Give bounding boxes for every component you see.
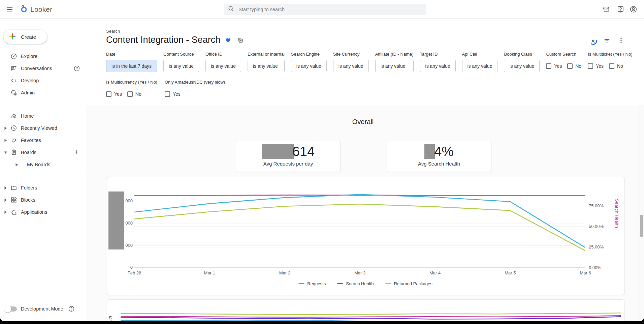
sidebar-item-my-boards[interactable]: My Boards — [0, 158, 86, 171]
filter-row-1: Dateis in the last 7 daysContent Sourcei… — [106, 52, 637, 72]
scrollbar-track[interactable] — [639, 105, 644, 321]
sidebar-item-label: Conversations — [21, 66, 52, 71]
looker-brand: Looker — [20, 4, 52, 14]
filter-label: Affiliate (ID - Name) — [375, 52, 414, 57]
kpi-label: Avg Requests per day — [236, 161, 340, 167]
cancel-loading-icon[interactable] — [589, 37, 597, 45]
marketplace-icon[interactable] — [602, 5, 610, 13]
filter-value-chip[interactable]: is any value — [420, 60, 456, 72]
filter-is-multiticket-yes-no: Is Multiticket (Yes / No)YesNo — [588, 52, 632, 72]
legend-item-returned-packages[interactable]: Returned Packages — [385, 281, 432, 286]
filter-value-chip[interactable]: is any value — [205, 60, 241, 72]
sidebar-item-label: Develop — [21, 78, 39, 83]
sidebar-item-folders[interactable]: Folders — [0, 182, 86, 194]
filter-value-chip[interactable]: is any value — [291, 60, 327, 72]
global-search[interactable] — [224, 4, 426, 15]
filter-label: Is Multicurrency (Yes / No) — [106, 80, 157, 85]
filter-label: Office ID — [205, 52, 241, 57]
line-chart[interactable] — [134, 189, 585, 268]
filter-value-chip[interactable]: is any value — [163, 60, 199, 72]
favorite-heart-icon[interactable] — [225, 36, 232, 45]
chat-icon — [10, 65, 17, 72]
filter-value-chip[interactable]: is any value — [504, 60, 540, 72]
filter-value-chip[interactable]: is in the last 7 days — [106, 60, 157, 72]
line-chart-clipped[interactable] — [121, 311, 621, 321]
folder-icon — [10, 184, 17, 191]
main-content: Search Content Integration - Search — [86, 19, 644, 321]
checkbox-yes[interactable]: Yes — [546, 63, 562, 69]
filter-affiliate-id-name: Affiliate (ID - Name)is any value — [375, 52, 414, 72]
plus-icon[interactable] — [73, 149, 80, 156]
caret-right-icon[interactable] — [3, 126, 8, 130]
account-icon[interactable] — [629, 5, 637, 13]
legend-item-requests[interactable]: Requests — [298, 281, 326, 286]
brand-name: Looker — [30, 5, 52, 13]
caret-right-icon[interactable] — [3, 185, 8, 190]
kpi-label: Avg Search Health — [387, 161, 491, 167]
kpi-card[interactable]: 4%Avg Search Health — [387, 141, 491, 172]
sidebar-item-home[interactable]: Home — [0, 110, 86, 122]
legend-label: Requests — [307, 281, 326, 286]
sidebar-item-develop[interactable]: Develop — [0, 75, 86, 87]
checkbox-box[interactable] — [609, 63, 614, 69]
development-mode-toggle[interactable] — [5, 306, 17, 312]
filter-is-multicurrency-yes-no: Is Multicurrency (Yes / No)YesNo — [106, 80, 157, 100]
checkbox-no[interactable]: No — [609, 63, 623, 69]
checkbox-yes[interactable]: Yes — [588, 63, 604, 69]
scrollbar-thumb[interactable] — [640, 215, 643, 237]
second-chart-card: Search Health — [106, 299, 625, 321]
dashboard-filters-icon[interactable] — [603, 37, 611, 45]
sidebar-item-conversations[interactable]: Conversations — [0, 62, 86, 75]
filter-label: Custom Search — [546, 52, 581, 57]
caret-right-icon[interactable] — [3, 198, 8, 202]
section-title: Overall — [86, 118, 640, 126]
copy-dashboard-icon[interactable] — [236, 37, 244, 45]
hamburger-menu-icon[interactable] — [5, 5, 14, 14]
legend-label: Search Health — [346, 281, 374, 286]
sidebar-item-label: Folders — [21, 185, 37, 190]
checkbox-yes[interactable]: Yes — [165, 91, 181, 97]
development-mode-help-icon[interactable] — [68, 305, 75, 312]
sidebar: Create ExploreConversationsDevelopAdmin … — [0, 19, 86, 321]
legend-swatch — [385, 283, 391, 284]
x-axis-tick: Feb 28 — [128, 270, 141, 275]
checkbox-box[interactable] — [165, 91, 170, 97]
x-axis-tick: Mar 4 — [429, 270, 441, 275]
checkbox-box[interactable] — [567, 63, 573, 69]
filter-label: Content Source — [163, 52, 199, 57]
filter-label: Api Call — [462, 52, 498, 57]
help-circle-icon[interactable] — [73, 65, 80, 72]
kpi-card[interactable]: 614Avg Requests per day — [236, 141, 341, 172]
caret-right-icon[interactable] — [3, 210, 8, 214]
checkbox-box[interactable] — [588, 63, 593, 69]
caret-right-icon[interactable] — [14, 162, 19, 167]
sidebar-item-label: Favorites — [21, 138, 41, 143]
sidebar-item-recently-viewed[interactable]: Recently Viewed — [0, 122, 86, 134]
checkbox-box[interactable] — [127, 91, 133, 97]
sidebar-item-explore[interactable]: Explore — [0, 50, 86, 62]
legend-item-search-health[interactable]: Search Health — [337, 281, 374, 286]
caret-right-icon[interactable] — [3, 138, 8, 143]
more-menu-icon[interactable] — [617, 37, 625, 45]
checkbox-box[interactable] — [106, 91, 111, 97]
sidebar-item-admin[interactable]: Admin — [0, 87, 86, 99]
filter-value-chip[interactable]: is any value — [333, 60, 369, 72]
checkbox-yes[interactable]: Yes — [106, 91, 122, 97]
sidebar-item-favorites[interactable]: Favorites — [0, 134, 86, 146]
checkbox-box[interactable] — [546, 63, 551, 69]
filter-value-chip[interactable]: is any value — [462, 60, 498, 72]
create-button[interactable]: Create — [3, 30, 47, 44]
checkbox-no[interactable]: No — [567, 63, 581, 69]
sidebar-nav-library: FoldersBlocksApplications — [0, 182, 86, 218]
filter-value-chip[interactable]: is any value — [375, 60, 414, 72]
sidebar-item-label: Explore — [21, 54, 37, 59]
filter-value-chip[interactable]: is any value — [248, 60, 285, 72]
caret-down-icon[interactable] — [3, 150, 8, 155]
checkbox-no[interactable]: No — [127, 91, 141, 97]
help-icon[interactable] — [616, 5, 624, 13]
sidebar-item-blocks[interactable]: Blocks — [0, 194, 86, 206]
search-input[interactable] — [238, 6, 422, 12]
redaction-box — [262, 144, 294, 159]
sidebar-item-applications[interactable]: Applications — [0, 206, 86, 218]
sidebar-item-boards[interactable]: Boards — [0, 146, 86, 158]
